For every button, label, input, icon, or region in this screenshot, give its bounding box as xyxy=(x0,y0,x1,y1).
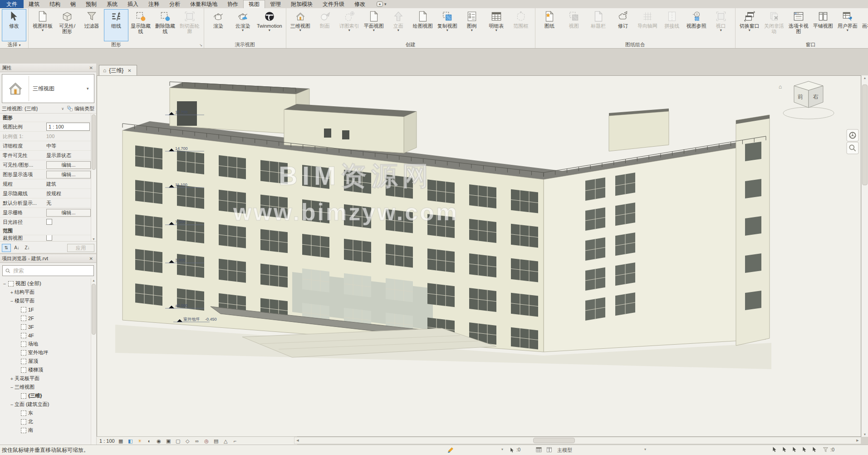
vg-edit-button[interactable]: 编辑... xyxy=(46,161,91,169)
tree-item-3d-default[interactable]: {三维} xyxy=(0,391,96,400)
detail-level-value[interactable]: 中等 xyxy=(46,143,96,149)
properties-header[interactable]: 属性 ✕ xyxy=(0,64,96,72)
view-tab-3d[interactable]: ⌂ {三维} ✕ xyxy=(99,65,137,75)
view-template-button[interactable]: 视图样板▾ xyxy=(30,9,55,41)
properties-scrollbar[interactable]: ▼ xyxy=(91,114,96,241)
parts-visibility-value[interactable]: 显示原状态 xyxy=(46,152,96,159)
chevron-down-icon[interactable]: ▾ xyxy=(87,86,94,91)
chevron-down-icon[interactable]: ∨ xyxy=(61,107,64,111)
tree-item-2f[interactable]: 2F xyxy=(0,314,96,322)
tree-item-structural-plans[interactable]: +结构平面 xyxy=(0,288,96,297)
view-scale-input[interactable]: 1 : 100 xyxy=(46,123,90,131)
modify-button[interactable]: 修改 xyxy=(2,9,26,41)
temporary-view-properties-button[interactable]: ▤ xyxy=(213,438,220,445)
tree-item-site[interactable]: 场地 xyxy=(0,340,96,348)
select-by-face-toggle[interactable] xyxy=(801,446,809,454)
tree-item-views-all[interactable]: −视图 (全部) xyxy=(0,279,96,288)
select-group-label[interactable]: 选择 ▾ xyxy=(1,41,27,48)
graphic-display-edit-button[interactable]: 编辑... xyxy=(46,171,91,178)
drafting-view-button[interactable]: 绘图视图 xyxy=(411,9,435,41)
tree-item-floor-plans[interactable]: −楼层平面 xyxy=(0,297,96,305)
close-icon[interactable]: ✕ xyxy=(88,65,94,70)
tab-architecture[interactable]: 建筑 xyxy=(24,0,44,8)
tree-item-elevations[interactable]: −立面 (建筑立面) xyxy=(0,400,96,409)
project-browser-header[interactable]: 项目浏览器 - 建筑.rvt ✕ xyxy=(0,254,96,263)
tab-massing-site[interactable]: 体量和场地 xyxy=(185,0,222,8)
drag-on-selection-toggle[interactable] xyxy=(811,446,819,454)
tree-item-4f[interactable]: 4F xyxy=(0,331,96,340)
filters-button[interactable]: 过滤器 xyxy=(79,9,104,41)
drawing-area[interactable]: 17.700 14.700 11.100 7.500 3.900 ±0.000 … xyxy=(97,75,861,437)
show-crop-region-button[interactable]: ▢ xyxy=(175,438,181,445)
visual-style-button[interactable]: ◧ xyxy=(127,438,134,445)
file-menu[interactable]: 文件 xyxy=(0,0,24,8)
3d-view-button[interactable]: 三维视图▾ xyxy=(288,9,313,41)
close-tab-icon[interactable]: ✕ xyxy=(126,68,132,73)
scroll-left-icon[interactable]: ◀ xyxy=(294,439,301,442)
editable-only-icon[interactable] xyxy=(509,447,515,453)
tab-systems[interactable]: 系统 xyxy=(102,0,123,8)
revisions-button[interactable]: 修订 xyxy=(611,9,635,41)
tab-file-upgrade[interactable]: 文件升级 xyxy=(318,0,349,8)
tree-item-south[interactable]: 南 xyxy=(0,426,96,435)
chevron-down-icon[interactable]: ▾ xyxy=(501,447,503,451)
render-button[interactable]: 渲染 xyxy=(206,9,230,41)
tree-item-3d-views[interactable]: −三维视图 xyxy=(0,383,96,391)
tab-modify[interactable]: 修改 xyxy=(349,0,370,8)
duplicate-view-button[interactable]: 复制视图▾ xyxy=(435,9,460,41)
remove-hidden-lines-button[interactable]: 删除隐藏线 xyxy=(153,9,177,41)
analytical-model-button[interactable]: △ xyxy=(222,438,229,445)
tab-manage[interactable]: 管理 xyxy=(265,0,286,8)
section-extents[interactable]: 范围∧ xyxy=(0,227,96,235)
section-graphics[interactable]: 图形∧ xyxy=(0,114,96,122)
design-option-label[interactable]: 主模型 xyxy=(557,447,572,454)
tab-insert[interactable]: 插入 xyxy=(123,0,143,8)
tree-item-north[interactable]: 北 xyxy=(0,417,96,426)
sort-ascending-button[interactable]: A↓ xyxy=(12,244,21,252)
show-hidden-lines-button[interactable]: 显示隐藏线 xyxy=(128,9,153,41)
crop-view-checkbox[interactable] xyxy=(46,235,52,241)
render-in-cloud-button[interactable]: 云渲染▾ xyxy=(230,9,255,41)
type-selector[interactable]: 三维视图 ▾ xyxy=(2,74,94,103)
sun-path-button[interactable]: ☀ xyxy=(137,438,143,445)
scale-button[interactable]: 1 : 100 xyxy=(99,438,115,444)
shadows-button[interactable]: ◐ xyxy=(146,438,153,445)
ribbon-display-toggle[interactable]: ▴ ▾ xyxy=(377,0,387,8)
horizontal-scrollbar[interactable]: ◀ ▶ xyxy=(294,437,861,444)
tab-precast[interactable]: 预制 xyxy=(81,0,102,8)
viewcube-home-icon[interactable]: ⌂ xyxy=(779,84,782,90)
sort-descending-button[interactable]: Z↓ xyxy=(23,244,32,252)
close-icon[interactable]: ✕ xyxy=(88,256,94,261)
sort-default-button[interactable]: ⇅ xyxy=(2,244,11,252)
apply-button[interactable]: 应用 xyxy=(67,244,94,252)
tab-steel[interactable]: 钢 xyxy=(65,0,81,8)
unlocked-3d-view-button[interactable]: ◇ xyxy=(184,438,191,445)
instance-selector[interactable]: 三维视图: {三维} xyxy=(2,105,61,112)
filter-button[interactable] xyxy=(822,446,829,454)
user-interface-button[interactable]: 用户界面▾ xyxy=(835,9,860,41)
detail-level-button[interactable]: ▦ xyxy=(118,438,124,445)
tree-item-exterior-grade[interactable]: 室外地坪 xyxy=(0,348,96,357)
discipline-value[interactable]: 建筑 xyxy=(46,181,96,188)
reveal-hidden-elements-button[interactable]: ◎ xyxy=(203,438,210,445)
plan-views-button[interactable]: 平面视图▾ xyxy=(362,9,386,41)
design-options-icon[interactable] xyxy=(546,446,553,454)
tile-views-button[interactable]: 平铺视图 xyxy=(811,9,835,41)
search-input[interactable]: 搜索 xyxy=(2,265,94,276)
tree-item-east[interactable]: 东 xyxy=(0,409,96,417)
show-grids-edit-button[interactable]: 编辑... xyxy=(46,209,91,217)
view-reference-button[interactable]: 视图参照 xyxy=(684,9,709,41)
tab-views-button[interactable]: 选项卡视图 xyxy=(786,9,811,41)
visibility-graphics-button[interactable]: 可见性/图形 xyxy=(55,9,79,41)
tree-item-stair-top[interactable]: 楼梯顶 xyxy=(0,366,96,374)
temporary-hide-isolate-button[interactable]: ∞ xyxy=(194,438,201,445)
select-links-toggle[interactable] xyxy=(771,446,779,454)
h-scroll-thumb[interactable] xyxy=(533,438,575,443)
switch-windows-button[interactable]: 切换窗口▾ xyxy=(737,9,762,41)
tree-item-roof[interactable]: 屋顶 xyxy=(0,357,96,366)
tree-item-3f[interactable]: 3F xyxy=(0,322,96,331)
browser-scrollbar[interactable]: ▲ ▼ xyxy=(91,278,96,455)
twinmotion-button[interactable]: Twinmotion▾ xyxy=(255,9,284,41)
communication-center-icon[interactable] xyxy=(447,446,454,454)
chevron-down-icon[interactable]: ▾ xyxy=(644,447,646,451)
